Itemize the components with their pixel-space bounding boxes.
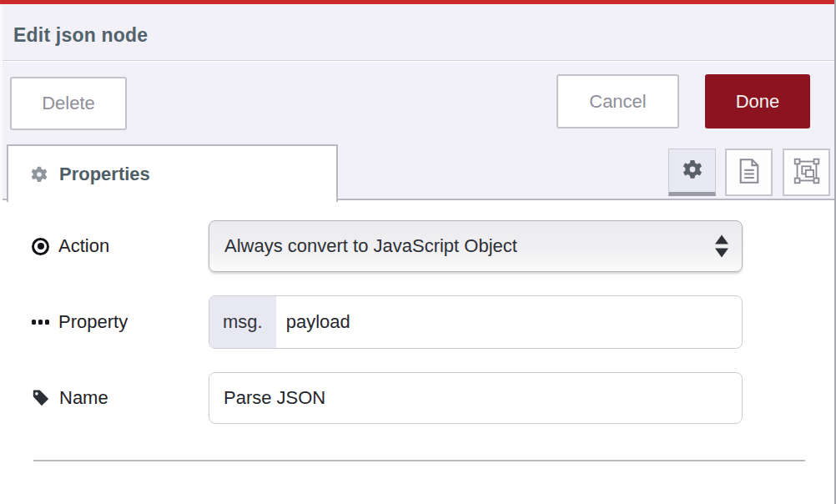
action-select[interactable]: Always convert to JavaScript Object	[209, 220, 743, 272]
property-input[interactable]	[276, 296, 742, 348]
edit-json-node-dialog: Edit json node Delete Cancel Done Proper…	[0, 0, 836, 504]
tab-properties-label: Properties	[59, 164, 150, 185]
property-typed-input: msg.	[209, 295, 743, 349]
property-row: Property msg.	[0, 295, 834, 349]
tag-icon	[32, 389, 50, 407]
dot-circle-icon	[32, 238, 49, 255]
dialog-title: Edit json node	[13, 24, 148, 47]
name-row: Name	[0, 372, 834, 424]
left-edge-strip	[0, 4, 3, 201]
name-label: Name	[32, 387, 209, 409]
name-input[interactable]	[209, 372, 743, 424]
action-label: Action	[32, 235, 209, 257]
node-description-button[interactable]	[725, 149, 773, 196]
action-row: Action Always convert to JavaScript Obje…	[0, 220, 834, 272]
tab-properties[interactable]: Properties	[7, 144, 338, 202]
dialog-button-row: Delete Cancel Done	[0, 62, 834, 144]
msg-prefix-badge: msg.	[209, 296, 276, 348]
dialog-header: Edit json node	[0, 4, 834, 61]
doc-icon	[738, 158, 761, 188]
property-label: Property	[32, 311, 209, 333]
node-appearance-button[interactable]	[783, 149, 830, 196]
properties-form: Action Always convert to JavaScript Obje…	[0, 200, 834, 504]
select-arrows-icon	[715, 235, 728, 258]
delete-button[interactable]: Delete	[10, 77, 127, 130]
cancel-button[interactable]: Cancel	[556, 74, 679, 129]
form-divider	[33, 460, 805, 461]
done-button[interactable]: Done	[705, 74, 810, 129]
node-properties-button[interactable]	[668, 149, 716, 196]
action-select-value: Always convert to JavaScript Object	[224, 235, 517, 257]
group-icon	[793, 158, 820, 188]
editor-tab-bar: Properties	[0, 144, 834, 200]
ellipsis-icon	[32, 320, 49, 325]
gear-icon	[682, 159, 703, 184]
gear-icon	[30, 165, 48, 184]
